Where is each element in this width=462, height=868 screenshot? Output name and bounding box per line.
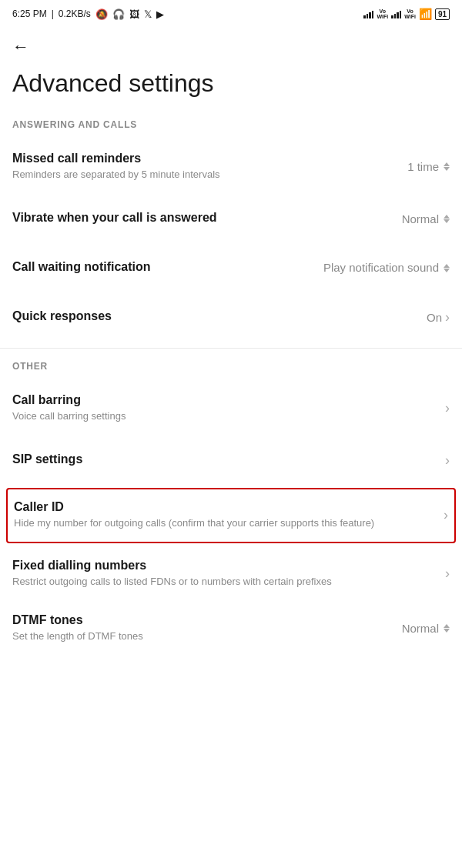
status-bar: 6:25 PM | 0.2KB/s 🔕 🎧 🖼 𝕏 ▶ Vo WiFi Vo W… xyxy=(0,0,462,28)
alarm-icon: 🔕 xyxy=(95,8,108,20)
setting-value: Normal xyxy=(402,212,450,225)
setting-quick-responses[interactable]: Quick responses On › xyxy=(0,292,462,342)
setting-title: DTMF tones xyxy=(12,613,393,627)
setting-left: SIP settings xyxy=(12,452,445,469)
section-header-answering: ANSWERING AND CALLS xyxy=(0,113,462,139)
setting-left: Quick responses xyxy=(12,309,427,326)
chevron-right-icon: › xyxy=(444,507,448,523)
youtube-icon: ▶ xyxy=(156,8,164,20)
setting-left: Missed call reminders Reminders are sepa… xyxy=(12,152,407,182)
setting-title: Call barring xyxy=(12,393,436,407)
setting-left: DTMF tones Set the length of DTMF tones xyxy=(12,613,402,643)
chevron-right-icon: › xyxy=(445,452,450,469)
setting-value: 1 time xyxy=(407,160,450,173)
setting-vibrate-answered[interactable]: Vibrate when your call is answered Norma… xyxy=(0,194,462,243)
setting-value: › xyxy=(444,507,448,523)
setting-title: Missed call reminders xyxy=(12,152,398,165)
setting-sip-settings[interactable]: SIP settings › xyxy=(0,436,462,485)
setting-value: Normal xyxy=(402,622,450,635)
setting-left: Caller ID Hide my number for outgoing ca… xyxy=(14,500,444,530)
setting-subtitle: Voice call barring settings xyxy=(12,409,436,423)
time: 6:25 PM xyxy=(12,8,47,19)
setting-caller-id-container: Caller ID Hide my number for outgoing ca… xyxy=(6,488,456,542)
chevron-right-icon: › xyxy=(445,566,450,582)
separator: | xyxy=(52,8,54,19)
setting-title: Vibrate when your call is answered xyxy=(12,211,393,225)
section-divider xyxy=(0,348,462,349)
setting-left: Vibrate when your call is answered xyxy=(12,211,402,227)
setting-title: Caller ID xyxy=(14,500,434,514)
setting-title: Call waiting notification xyxy=(12,260,314,274)
page-title: Advanced settings xyxy=(0,63,462,113)
setting-dtmf-tones[interactable]: DTMF tones Set the length of DTMF tones … xyxy=(0,601,462,656)
setting-left: Call waiting notification xyxy=(12,260,323,276)
section-other: OTHER Call barring Voice call barring se… xyxy=(0,355,462,656)
setting-value: › xyxy=(445,566,450,582)
signal-bars-1 xyxy=(363,9,373,18)
setting-call-waiting[interactable]: Call waiting notification Play notificat… xyxy=(0,243,462,292)
setting-subtitle: Restrict outgoing calls to listed FDNs o… xyxy=(12,575,436,589)
back-button[interactable]: ← xyxy=(0,28,462,63)
section-answering-calls: ANSWERING AND CALLS Missed call reminder… xyxy=(0,113,462,342)
setting-call-barring[interactable]: Call barring Voice call barring settings… xyxy=(0,381,462,436)
battery: 91 xyxy=(435,9,450,18)
wifi-icon: 📶 xyxy=(419,8,432,20)
section-header-other: OTHER xyxy=(0,355,462,381)
headset-icon: 🎧 xyxy=(112,8,125,20)
back-arrow-icon: ← xyxy=(12,37,29,56)
vo-wifi-label-1: Vo WiFi xyxy=(377,8,388,19)
setting-title: SIP settings xyxy=(12,452,436,466)
signal-bars-2 xyxy=(391,9,401,18)
data-speed: 0.2KB/s xyxy=(59,8,91,19)
setting-subtitle: Hide my number for outgoing calls (confi… xyxy=(14,516,434,530)
setting-caller-id[interactable]: Caller ID Hide my number for outgoing ca… xyxy=(8,489,454,541)
setting-missed-call-reminders[interactable]: Missed call reminders Reminders are sepa… xyxy=(0,139,462,194)
setting-value: On › xyxy=(427,309,450,326)
twitter-icon: 𝕏 xyxy=(144,8,152,20)
setting-value: Play notification sound xyxy=(323,260,450,275)
updown-icon xyxy=(444,264,450,272)
status-right: Vo WiFi Vo WiFi 📶 91 xyxy=(363,8,450,20)
setting-left: Call barring Voice call barring settings xyxy=(12,393,445,423)
updown-icon xyxy=(444,215,450,223)
setting-fixed-dialling[interactable]: Fixed dialling numbers Restrict outgoing… xyxy=(0,546,462,601)
setting-subtitle: Set the length of DTMF tones xyxy=(12,629,393,643)
status-left: 6:25 PM | 0.2KB/s 🔕 🎧 🖼 𝕏 ▶ xyxy=(12,8,164,20)
setting-title: Quick responses xyxy=(12,309,417,323)
updown-icon xyxy=(444,162,450,171)
vo-wifi-label-2: Vo WiFi xyxy=(404,8,416,19)
chevron-right-icon: › xyxy=(445,400,450,416)
setting-value: › xyxy=(445,400,450,416)
image-icon: 🖼 xyxy=(129,8,139,20)
updown-icon xyxy=(444,624,450,633)
setting-title: Fixed dialling numbers xyxy=(12,559,436,573)
setting-value: › xyxy=(445,452,450,469)
setting-left: Fixed dialling numbers Restrict outgoing… xyxy=(12,559,445,589)
chevron-right-icon: › xyxy=(445,309,450,326)
setting-subtitle: Reminders are separated by 5 minute inte… xyxy=(12,168,398,182)
